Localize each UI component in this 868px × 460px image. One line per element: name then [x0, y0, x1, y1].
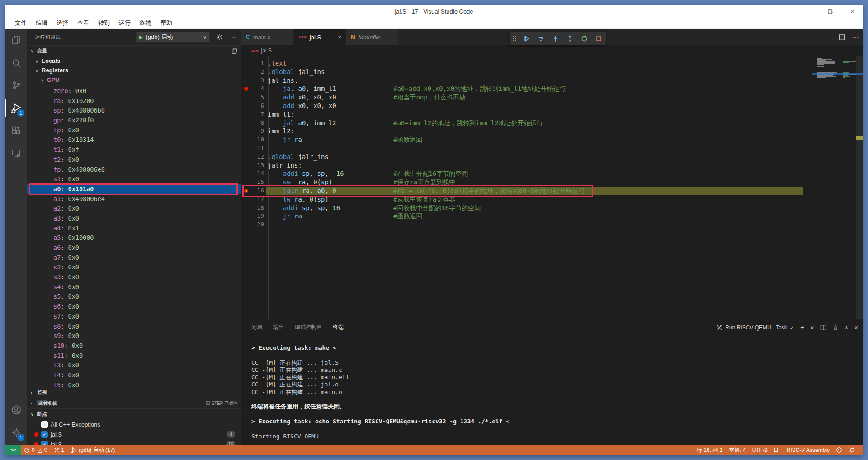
register-row[interactable]: a3: 0x0: [27, 214, 241, 224]
scope-cpu[interactable]: ∨CPU: [27, 75, 241, 84]
close-window-button[interactable]: ×: [848, 7, 856, 15]
close-panel-icon[interactable]: ×: [854, 324, 858, 331]
cursor-position-status[interactable]: 行 16, 列 1: [693, 445, 726, 455]
step-over-button[interactable]: [536, 34, 545, 43]
toolbar-drag-handle[interactable]: [513, 36, 516, 41]
code-editor[interactable]: 1.text2.global jal_ins3jal_ins:4 jal a0,…: [241, 56, 863, 319]
debug-settings-gear-icon[interactable]: [216, 33, 223, 41]
gutter-breakpoint-zone[interactable]: [241, 144, 250, 153]
gutter-breakpoint-zone[interactable]: [241, 102, 250, 110]
variables-section-header[interactable]: ∨ 变量: [27, 45, 241, 56]
kill-terminal-icon[interactable]: [832, 324, 839, 331]
notifications-bell-icon[interactable]: [845, 445, 858, 455]
register-row[interactable]: s11: 0x0: [27, 351, 241, 361]
gutter-breakpoint-zone[interactable]: [241, 169, 250, 178]
gutter-breakpoint-zone[interactable]: [241, 153, 250, 161]
split-terminal-icon[interactable]: [820, 324, 826, 331]
gutter-breakpoint-zone[interactable]: [241, 161, 250, 170]
gutter-breakpoint-zone[interactable]: [241, 68, 250, 76]
stop-button[interactable]: [594, 34, 603, 43]
register-row[interactable]: t4: 0x0: [27, 371, 241, 380]
panel-tab-问题[interactable]: 问题: [251, 319, 262, 335]
register-row[interactable]: t3: 0x0: [27, 361, 241, 371]
register-row[interactable]: zero: 0x0: [27, 86, 241, 96]
language-mode-status[interactable]: RISC-V Assembly: [783, 445, 833, 455]
register-row[interactable]: s2: 0x0: [27, 263, 241, 272]
panel-tab-调试控制台[interactable]: 调试控制台: [295, 319, 322, 335]
minimize-button[interactable]: –: [805, 7, 813, 15]
breakpoint-checkbox[interactable]: ✓: [41, 431, 48, 438]
register-row[interactable]: t0: 0x10314: [27, 135, 241, 145]
gutter-breakpoint-zone[interactable]: [241, 195, 250, 204]
step-into-button[interactable]: [551, 34, 560, 43]
step-out-button[interactable]: [565, 34, 574, 43]
gutter-breakpoint-zone[interactable]: [241, 212, 250, 221]
register-row[interactable]: s6: 0x0: [27, 302, 241, 312]
callstack-section-header[interactable]: › 调用堆栈 因 STEP 已暂停: [27, 398, 241, 408]
gutter-breakpoint-zone[interactable]: [241, 110, 250, 119]
register-row[interactable]: a6: 0x0: [27, 243, 241, 253]
register-row[interactable]: t1: 0xf: [27, 145, 241, 155]
menu-item[interactable]: 文件: [11, 18, 31, 28]
register-row[interactable]: s7: 0x0: [27, 312, 241, 322]
explorer-icon[interactable]: [5, 29, 27, 52]
menu-item[interactable]: 终端: [136, 18, 156, 28]
register-row[interactable]: a7: 0x0: [27, 253, 241, 263]
register-row[interactable]: a0: 0x101a0: [27, 184, 241, 194]
continue-button[interactable]: [522, 34, 531, 43]
register-row[interactable]: t2: 0x0: [27, 155, 241, 165]
gutter-breakpoint-zone[interactable]: [241, 127, 250, 136]
register-row[interactable]: ra: 0x10200: [27, 96, 241, 106]
breakpoint-checkbox[interactable]: [41, 421, 48, 428]
register-row[interactable]: s10: 0x0: [27, 341, 241, 351]
terminal-dropdown-icon[interactable]: ∨: [810, 324, 814, 331]
debug-config-dropdown[interactable]: ▶ (gdb) 启动 ∨: [136, 32, 210, 42]
settings-gear-icon[interactable]: 1: [5, 421, 27, 444]
breakpoint-row[interactable]: All C++ Exceptions: [27, 419, 241, 429]
register-row[interactable]: s9: 0x0: [27, 331, 241, 341]
breakpoint-row[interactable]: ✓jal.S16: [27, 439, 241, 445]
remote-indicator[interactable]: ><: [5, 445, 21, 455]
new-terminal-icon[interactable]: +: [800, 324, 804, 332]
scope-registers[interactable]: ∨Registers: [27, 66, 241, 75]
debug-session-status[interactable]: (gdb) 启动 (17): [67, 445, 118, 455]
source-control-icon[interactable]: [5, 74, 27, 97]
minimap[interactable]: [817, 58, 856, 80]
gutter-breakpoint-zone[interactable]: [241, 221, 250, 229]
start-debug-icon[interactable]: ▶: [139, 34, 143, 40]
register-row[interactable]: sp: 0x408006b0: [27, 106, 241, 116]
register-row[interactable]: s5: 0x0: [27, 292, 241, 302]
maximize-panel-icon[interactable]: ∧: [844, 324, 849, 331]
gutter-breakpoint-zone[interactable]: [241, 178, 250, 187]
extensions-icon[interactable]: [5, 119, 27, 142]
feedback-icon[interactable]: [833, 445, 845, 455]
tab-main.c[interactable]: Cmain.c: [241, 29, 294, 45]
search-icon[interactable]: [5, 52, 27, 74]
eol-status[interactable]: LF: [771, 445, 783, 455]
breakpoints-section-header[interactable]: ∨ 断点: [27, 408, 241, 419]
gutter-breakpoint-zone[interactable]: [241, 93, 250, 102]
restore-button[interactable]: [826, 7, 835, 15]
gutter-breakpoint-zone[interactable]: [241, 136, 250, 144]
menu-item[interactable]: 运行: [115, 18, 135, 28]
running-tasks-status[interactable]: 1: [51, 445, 68, 455]
panel-tab-终端[interactable]: 终端: [333, 319, 344, 335]
run-debug-icon[interactable]: 1: [5, 97, 27, 119]
close-tab-icon[interactable]: ×: [338, 34, 341, 41]
gutter-breakpoint-zone[interactable]: [241, 59, 250, 68]
register-row[interactable]: s4: 0x0: [27, 282, 241, 292]
breadcrumb[interactable]: ASM jal.S: [241, 45, 863, 56]
register-row[interactable]: a1: 0x408006e4: [27, 194, 241, 204]
register-row[interactable]: a4: 0x1: [27, 224, 241, 234]
register-row[interactable]: gp: 0x278f0: [27, 116, 241, 126]
restart-button[interactable]: [580, 34, 589, 43]
panel-tab-输出[interactable]: 输出: [273, 319, 284, 335]
menu-item[interactable]: 查看: [73, 18, 93, 28]
register-row[interactable]: t5: 0x0: [27, 380, 241, 387]
breakpoint-checkbox[interactable]: ✓: [41, 441, 48, 445]
gutter-breakpoint-zone[interactable]: [241, 119, 250, 127]
breakpoint-row[interactable]: ✓jal.S4: [27, 429, 241, 439]
gutter-breakpoint-zone[interactable]: [241, 76, 250, 85]
register-row[interactable]: tp: 0x0: [27, 126, 241, 136]
gutter-breakpoint-zone[interactable]: [241, 84, 250, 93]
